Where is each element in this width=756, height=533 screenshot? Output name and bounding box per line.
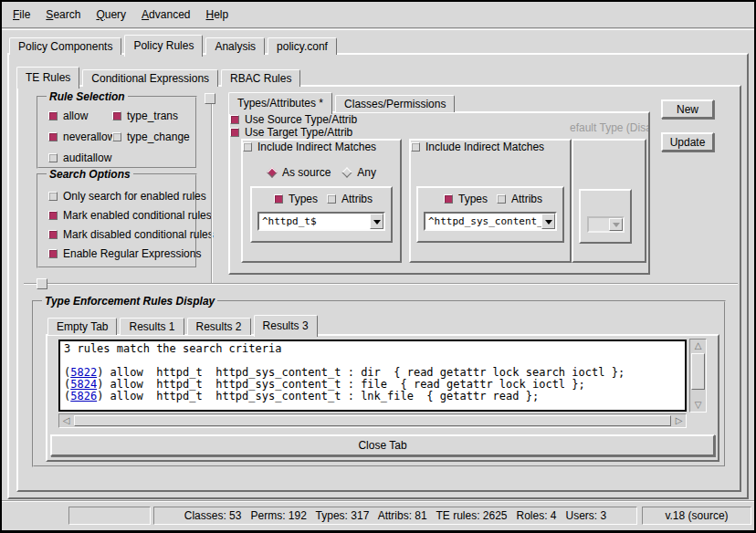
ta-tab: Types/Attributes *Classes/Permissions (228, 91, 457, 112)
checkbox-neverallow[interactable]: neverallow (48, 131, 115, 143)
default-type-box (579, 189, 632, 244)
checkbox-mark-disabled-conditional-rules[interactable]: Mark disabled conditional rules (48, 228, 214, 241)
checkbox-indicator-icon (112, 132, 121, 141)
menu-search[interactable]: Search (40, 8, 86, 21)
menu-advanced[interactable]: Advanced (136, 8, 195, 21)
statusbar-separator (2, 500, 754, 502)
menu-query[interactable]: Query (90, 8, 131, 21)
checkbox-label: type_change (127, 131, 190, 143)
checkbox-indicator-icon (444, 194, 453, 204)
rule-link-5822[interactable]: 5822 (70, 366, 97, 379)
checkbox-label: Mark enabled conditional rules (63, 209, 212, 222)
status-empty-box (68, 507, 151, 525)
rule-tab-conditional-expressions[interactable]: Conditional Expressions (82, 69, 218, 87)
main-tab-policy-components[interactable]: Policy Components (9, 37, 121, 55)
checkbox-label: allow (63, 110, 88, 122)
checkbox-indicator-icon (230, 115, 239, 124)
rule-link-5826[interactable]: 5826 (70, 390, 97, 402)
target-type-combobox: ^httpd_sys_content_t$ (424, 212, 557, 231)
search-options-title: Search Options (47, 168, 133, 181)
vertical-scroll-thumb[interactable] (691, 353, 705, 390)
horizontal-sash-handle[interactable] (37, 278, 47, 289)
default-type-label: efault Type (Disa (570, 121, 648, 134)
checkbox-label: Attribs (341, 193, 373, 205)
checkbox-allow[interactable]: allow (48, 110, 115, 122)
rule-selection-col1: allowneverallowauditallow (48, 110, 115, 172)
checkbox-type-change[interactable]: type_change (112, 131, 190, 143)
results-horizontal-scrollbar[interactable]: ◁ ▷ (58, 413, 687, 428)
results-tab-results-2[interactable]: Results 2 (187, 318, 251, 335)
main-tab-policy-conf[interactable]: policy.conf (268, 37, 337, 55)
checkbox-indicator-icon (48, 249, 58, 258)
radio-indicator-icon (267, 167, 277, 177)
source-direction-radios: As sourceAny (268, 166, 376, 179)
checkbox-label: Attribs (511, 193, 542, 205)
results-tab-results-1[interactable]: Results 1 (120, 318, 184, 335)
horizontal-sash[interactable] (24, 283, 738, 285)
scroll-down-icon[interactable]: ▽ (690, 399, 706, 412)
source-frame: Include Indirect Matches As sourceAny Ty… (241, 139, 402, 263)
checkbox-label: type_trans (127, 110, 178, 122)
checkbox-indicator-icon (327, 194, 336, 204)
scroll-right-icon[interactable]: ▷ (672, 414, 686, 427)
main-tab-analysis[interactable]: Analysis (205, 37, 265, 55)
checkbox-indicator-icon (497, 194, 506, 204)
checkbox-auditallow[interactable]: auditallow (48, 152, 115, 164)
policy-rules-page: TE RulesConditional ExpressionsRBAC Rule… (7, 53, 749, 499)
default-type-combobox (587, 216, 625, 233)
source-type-entry[interactable]: ^httpd_t$ (257, 212, 385, 231)
checkbox-label: Mark disabled conditional rules (63, 228, 214, 241)
results-tab-results-3[interactable]: Results 3 (254, 315, 318, 337)
te-rules-display-title: Type Enforcement Rules Display (42, 295, 217, 308)
scroll-up-icon[interactable]: △ (690, 340, 706, 352)
rule-link-5824[interactable]: 5824 (70, 378, 97, 391)
results-vertical-scrollbar[interactable]: △ ▽ (689, 339, 707, 413)
checkbox-indicator-icon (48, 192, 58, 201)
target-combo-dropdown-button[interactable] (541, 214, 555, 229)
results-tab-empty-tab[interactable]: Empty Tab (47, 318, 117, 335)
status-version: v.18 (source) (642, 507, 751, 525)
close-tab-button[interactable]: Close Tab (50, 434, 715, 456)
new-button[interactable]: New (661, 99, 714, 119)
target-frame: Include Indirect Matches TypesAttribs ^h… (409, 139, 572, 263)
radio-any[interactable]: Any (343, 166, 376, 179)
rule-tab-rbac-rules[interactable]: RBAC Rules (221, 69, 300, 87)
rule-tab: TE RulesConditional ExpressionsRBAC Rule… (16, 66, 303, 87)
source-kind-checks: TypesAttribs (274, 193, 373, 205)
checkbox-include-indirect-matches[interactable]: Include Indirect Matches (411, 141, 570, 153)
radio-label: Any (357, 166, 376, 179)
checkbox-types[interactable]: Types (274, 193, 318, 205)
horizontal-scroll-thumb[interactable] (74, 415, 671, 426)
checkbox-mark-enabled-conditional-rules[interactable]: Mark enabled conditional rules (48, 209, 214, 222)
main-tab-policy-rules[interactable]: Policy Rules (124, 35, 203, 57)
scroll-left-icon[interactable]: ◁ (59, 414, 73, 427)
checkbox-attribs[interactable]: Attribs (327, 193, 373, 205)
results-text[interactable]: 3 rules match the search criteria(5822) … (58, 340, 687, 412)
vertical-sash[interactable] (211, 93, 213, 283)
types-attributes-page: Use Source Type/Attrib Include Indirect … (228, 111, 650, 275)
vertical-sash-handle[interactable] (205, 93, 215, 104)
target-type-box: TypesAttribs ^httpd_sys_content_t$ (416, 186, 564, 243)
source-combo-dropdown-button[interactable] (370, 214, 383, 229)
ta-tab-classes-permissions[interactable]: Classes/Permissions (335, 95, 455, 112)
rule-tab-te-rules[interactable]: TE Rules (16, 67, 79, 89)
menubar-separator (2, 27, 754, 30)
update-button[interactable]: Update (661, 132, 714, 152)
radio-as-source[interactable]: As source (268, 166, 331, 179)
search-options-list: Only search for enabled rulesMark enable… (48, 190, 214, 266)
checkbox-only-search-for-enabled-rules[interactable]: Only search for enabled rules (48, 190, 214, 203)
menu-file[interactable]: File (7, 8, 36, 21)
checkbox-enable-regular-expressions[interactable]: Enable Regular Expressions (48, 247, 214, 260)
target-type-entry[interactable]: ^httpd_sys_content_t$ (424, 212, 557, 231)
checkbox-include-indirect-matches[interactable]: Include Indirect Matches (243, 141, 400, 153)
checkbox-label: Types (458, 193, 488, 205)
main-tab: Policy ComponentsPolicy RulesAnalysispol… (9, 32, 340, 55)
apol-window: FileSearchQueryAdvancedHelp Policy Compo… (0, 0, 756, 533)
checkbox-attribs[interactable]: Attribs (497, 193, 542, 205)
ta-tab-types-attributes[interactable]: Types/Attributes * (228, 92, 332, 114)
checkbox-types[interactable]: Types (444, 193, 488, 205)
rule-selection-col2: type_transtype_change (112, 110, 190, 152)
menu-help[interactable]: Help (200, 8, 234, 21)
checkbox-type-trans[interactable]: type_trans (112, 110, 190, 122)
checkbox-label: Use Source Type/Attrib (245, 113, 357, 126)
